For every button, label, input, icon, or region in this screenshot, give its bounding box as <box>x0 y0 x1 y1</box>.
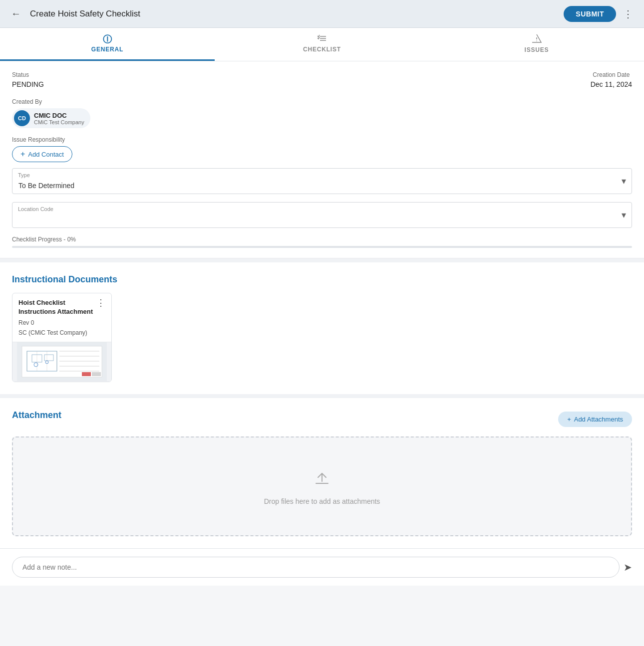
back-icon: ← <box>11 8 21 19</box>
location-code-field[interactable]: Location Code ▾ <box>12 202 632 228</box>
creation-date-group: Creation Date Dec 11, 2024 <box>591 71 632 88</box>
tab-checklist[interactable]: CHECKLIST <box>215 28 429 61</box>
creation-date-value: Dec 11, 2024 <box>591 80 632 88</box>
created-by-label: Created By <box>12 98 632 105</box>
status-creation-row: Status PENDING Creation Date Dec 11, 202… <box>12 71 632 88</box>
checklist-tab-label: CHECKLIST <box>303 46 341 53</box>
note-input[interactable] <box>12 557 620 578</box>
creation-date-label: Creation Date <box>591 71 632 78</box>
location-code-select[interactable] <box>12 202 632 228</box>
user-chip: CD CMIC DOC CMiC Test Company <box>12 108 90 128</box>
avatar: CD <box>14 110 30 126</box>
submit-button[interactable]: SUBMIT <box>564 6 616 22</box>
issue-responsibility-section: Issue Responsibility + Add Contact <box>12 136 632 162</box>
type-label: Type <box>18 172 30 178</box>
checklist-progress-label: Checklist Progress - 0% <box>12 236 76 243</box>
general-tab-label: GENERAL <box>91 46 123 53</box>
tab-general[interactable]: ⓘ GENERAL <box>0 28 215 61</box>
checklist-progress: Checklist Progress - 0% <box>12 236 632 248</box>
doc-card: Hoist Checklist Instructions Attachment … <box>12 293 112 382</box>
add-contact-button[interactable]: + Add Contact <box>12 146 72 162</box>
add-attachments-plus-icon: + <box>567 416 571 423</box>
tab-issues[interactable]: ISSUES <box>429 28 644 61</box>
note-section: ➤ <box>0 548 644 586</box>
user-company: CMiC Test Company <box>34 119 84 125</box>
status-group: Status PENDING <box>12 71 44 88</box>
doc-more-button[interactable]: ⋮ <box>95 298 106 307</box>
drop-zone-text: Drop files here to add as attachments <box>264 497 380 505</box>
created-by-section: Created By CD CMIC DOC CMiC Test Company <box>12 98 632 128</box>
type-field[interactable]: Type To Be Determined ▾ <box>12 168 632 194</box>
issues-tab-icon <box>532 34 542 44</box>
page-title: Create Hoist Safety Checklist <box>30 9 564 19</box>
checklist-tab-icon <box>317 34 327 44</box>
doc-rev: Rev 0 <box>18 318 105 328</box>
doc-thumbnail[interactable] <box>12 342 111 382</box>
upload-icon <box>312 467 332 491</box>
add-attachments-label: Add Attachments <box>574 416 623 423</box>
svg-point-4 <box>536 40 537 41</box>
location-code-label: Location Code <box>18 206 53 212</box>
header: ← Create Hoist Safety Checklist SUBMIT ⋮ <box>0 0 644 28</box>
instructional-documents-title: Instructional Documents <box>12 274 632 285</box>
drop-zone[interactable]: Drop files here to add as attachments <box>12 436 632 536</box>
svg-rect-17 <box>82 372 91 376</box>
issues-tab-label: ISSUES <box>525 46 549 53</box>
plus-icon: + <box>20 150 25 159</box>
instructional-documents-section: Instructional Documents Hoist Checklist … <box>0 262 644 394</box>
add-contact-label: Add Contact <box>28 151 64 158</box>
send-icon: ➤ <box>624 562 632 573</box>
user-info: CMIC DOC CMiC Test Company <box>34 112 84 125</box>
attachment-title: Attachment <box>12 410 61 421</box>
svg-rect-18 <box>92 372 101 376</box>
blueprint-preview <box>17 342 107 381</box>
form-section: Status PENDING Creation Date Dec 11, 202… <box>0 61 644 258</box>
user-name: CMIC DOC <box>34 112 84 119</box>
add-attachments-button[interactable]: + Add Attachments <box>558 412 632 427</box>
more-options-button[interactable]: ⋮ <box>620 6 636 22</box>
status-value: PENDING <box>12 80 44 88</box>
attachment-section: Attachment + Add Attachments Drop files … <box>0 398 644 548</box>
doc-card-title: Hoist Checklist Instructions Attachment <box>18 298 95 316</box>
tab-bar: ⓘ GENERAL CHECKLIST ISSUES <box>0 28 644 61</box>
note-send-button[interactable]: ➤ <box>624 561 632 573</box>
more-icon: ⋮ <box>623 8 633 20</box>
section-divider-1 <box>0 258 644 262</box>
doc-company: SC (CMiC Test Company) <box>18 328 105 338</box>
main-content: Status PENDING Creation Date Dec 11, 202… <box>0 61 644 586</box>
doc-card-meta: Rev 0 SC (CMiC Test Company) <box>12 318 111 341</box>
attachment-header: Attachment + Add Attachments <box>12 410 632 429</box>
doc-card-header: Hoist Checklist Instructions Attachment … <box>12 293 111 318</box>
back-button[interactable]: ← <box>8 6 24 22</box>
status-label: Status <box>12 71 44 78</box>
section-divider-2 <box>0 394 644 398</box>
progress-bar <box>12 246 632 248</box>
general-tab-icon: ⓘ <box>103 35 112 44</box>
issue-responsibility-label: Issue Responsibility <box>12 136 632 143</box>
type-select[interactable]: To Be Determined <box>12 168 632 194</box>
